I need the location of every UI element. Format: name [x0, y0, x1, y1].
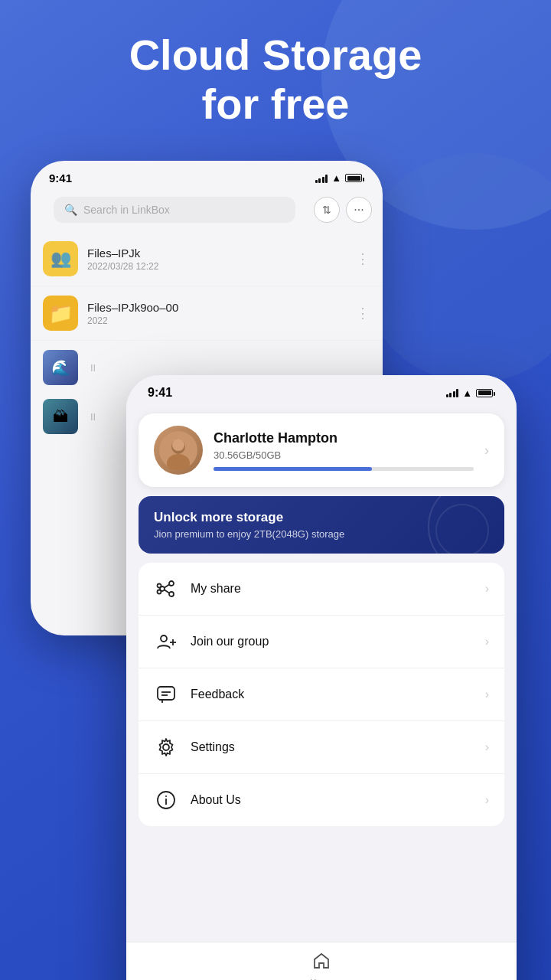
- signal-icon-back: [315, 174, 328, 183]
- unlock-banner[interactable]: Unlock more storage Jion premium to enjo…: [139, 496, 504, 554]
- search-placeholder-back: Search in LinkBox: [83, 204, 170, 216]
- sort-button[interactable]: ⇅: [314, 197, 340, 223]
- menu-chevron-my-share: ›: [485, 582, 489, 596]
- search-bar-back[interactable]: 🔍 Search in LinkBox: [54, 197, 295, 223]
- status-bar-front: 9:41 ▲: [126, 375, 517, 407]
- menu-chevron-feedback: ›: [485, 688, 489, 701]
- menu-item-about-us[interactable]: About Us ›: [139, 774, 504, 826]
- menu-label-settings: Settings: [191, 740, 473, 754]
- tab-home[interactable]: Home: [126, 952, 517, 980]
- status-time-front: 9:41: [148, 386, 172, 400]
- hero-title-line2: for free: [46, 80, 505, 129]
- file-item-1[interactable]: 👥 Files–IPJk 2022/03/28 12:22 ⋮: [31, 232, 383, 286]
- profile-name: Charlotte Hampton: [214, 430, 474, 446]
- wifi-icon-back: ▲: [331, 172, 341, 184]
- file-stub-label: II: [90, 362, 96, 374]
- file-info-2: Files–IPJk9oo–00 2022: [87, 301, 347, 326]
- menu-chevron-about-us: ›: [485, 793, 489, 807]
- menu-chevron-join-group: ›: [485, 635, 489, 648]
- storage-bar-bg: [214, 467, 474, 471]
- status-icons-front: ▲: [446, 387, 495, 399]
- file-item-2[interactable]: 📁 Files–IPJk9oo–00 2022 ⋮: [31, 286, 383, 341]
- status-time-back: 9:41: [49, 172, 72, 185]
- svg-line-7: [165, 585, 169, 588]
- file-name-1: Files–IPJk: [87, 247, 347, 260]
- svg-point-5: [169, 581, 174, 586]
- menu-label-about-us: About Us: [191, 793, 473, 807]
- menu-label-my-share: My share: [191, 582, 473, 596]
- status-bar-back: 9:41 ▲: [31, 161, 383, 191]
- avatar: [154, 426, 203, 475]
- file-stub-label2: II: [90, 411, 96, 423]
- folder-icon-1: 👥: [43, 241, 78, 276]
- file-more-1[interactable]: ⋮: [356, 250, 370, 267]
- menu-item-my-share[interactable]: My share ›: [139, 563, 504, 616]
- svg-rect-14: [158, 687, 174, 700]
- status-icons-back: ▲: [315, 172, 364, 184]
- search-icon-back: 🔍: [64, 204, 77, 216]
- battery-icon-front: [476, 389, 495, 397]
- folder-icon-2: 📁: [43, 296, 78, 331]
- menu-item-settings[interactable]: Settings ›: [139, 721, 504, 774]
- file-name-2: Files–IPJk9oo–00: [87, 301, 347, 314]
- file-more-2[interactable]: ⋮: [356, 305, 370, 322]
- file-date-1: 2022/03/28 12:22: [87, 261, 347, 272]
- hero-title-line1: Cloud Storage: [46, 31, 505, 80]
- menu-label-join-group: Join our group: [191, 635, 473, 648]
- svg-point-17: [163, 744, 169, 750]
- wifi-icon-front: ▲: [462, 387, 472, 399]
- menu-list: My share › Join our group ›: [139, 563, 504, 826]
- file-date-2: 2022: [87, 315, 347, 326]
- menu-label-feedback: Feedback: [191, 688, 473, 701]
- battery-icon-back: [345, 174, 364, 182]
- home-icon: [312, 952, 331, 975]
- thumbnail-2: 🏔: [43, 399, 78, 434]
- share-icon: [154, 577, 178, 601]
- profile-card[interactable]: Charlotte Hampton 30.56GB/50GB ›: [139, 413, 504, 487]
- thumbnail-1: 🌊: [43, 350, 78, 385]
- svg-point-11: [161, 635, 167, 642]
- user-plus-icon: [154, 629, 178, 654]
- menu-item-join-group[interactable]: Join our group ›: [139, 616, 504, 668]
- gear-icon: [154, 735, 178, 760]
- menu-chevron-settings: ›: [485, 740, 489, 754]
- svg-line-8: [165, 590, 169, 593]
- tab-bar: Home: [126, 942, 517, 980]
- svg-point-10: [158, 590, 161, 594]
- profile-info: Charlotte Hampton 30.56GB/50GB: [214, 430, 474, 471]
- banner-deco-2: [435, 504, 489, 554]
- svg-point-3: [172, 439, 184, 451]
- signal-icon-front: [446, 388, 459, 397]
- phone-front: 9:41 ▲: [126, 375, 517, 980]
- storage-bar-fill: [214, 467, 372, 471]
- svg-point-6: [169, 592, 174, 596]
- svg-point-9: [158, 584, 161, 588]
- hero-title: Cloud Storage for free: [0, 31, 551, 129]
- more-button[interactable]: ···: [346, 197, 372, 223]
- info-icon: [154, 788, 178, 812]
- message-icon: [154, 682, 178, 707]
- svg-point-20: [165, 795, 167, 797]
- storage-text: 30.56GB/50GB: [214, 449, 474, 461]
- menu-item-feedback[interactable]: Feedback ›: [139, 668, 504, 721]
- profile-chevron: ›: [484, 443, 489, 459]
- file-info-1: Files–IPJk 2022/03/28 12:22: [87, 247, 347, 272]
